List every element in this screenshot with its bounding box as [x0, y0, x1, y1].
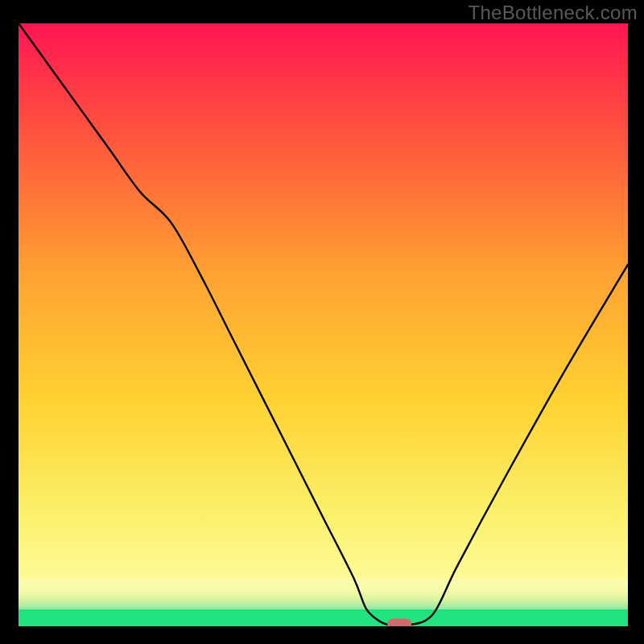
- optimal-marker: [387, 619, 411, 626]
- gradient-pale-band: [19, 579, 628, 609]
- chart-container: TheBottleneck.com: [0, 0, 644, 644]
- bottleneck-chart: [19, 23, 628, 626]
- gradient-green-band: [19, 609, 628, 626]
- gradient-main-band: [19, 23, 628, 579]
- watermark-text: TheBottleneck.com: [468, 2, 638, 24]
